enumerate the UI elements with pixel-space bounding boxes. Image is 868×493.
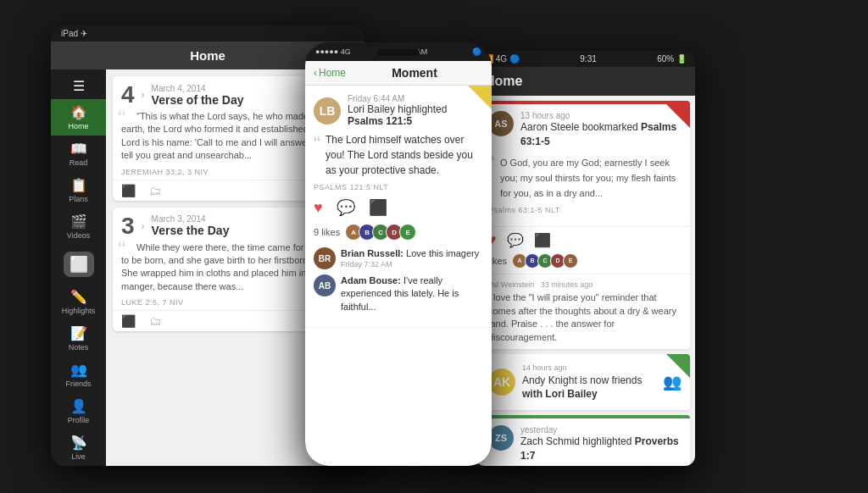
phone-screen-title: Moment xyxy=(346,66,483,80)
avatar: BR xyxy=(314,247,336,269)
android-time: 9:31 xyxy=(580,54,596,64)
commenter-name: Adam Bouse: xyxy=(341,275,401,285)
comment-text: I love the "I will praise you" reminder … xyxy=(488,292,676,341)
card-date: March 4, 2014 xyxy=(152,84,244,93)
sidebar-item-profile[interactable]: 👤 Profile xyxy=(51,393,106,429)
sidebar-label-plans: Plans xyxy=(69,195,88,203)
phone-device: ●●●●● 4G 10:23 AM 🔵 ‹ Home Moment LB Fri… xyxy=(305,42,492,466)
videos-icon: 🎬 xyxy=(70,213,87,230)
likes-avatars: A B C D E xyxy=(512,253,576,269)
tablet-home-button[interactable]: ⬜ xyxy=(64,252,94,277)
event-time: 13 hours ago xyxy=(520,111,682,120)
card-number: 4 xyxy=(121,83,135,107)
battery-icon: 60% 🔋 xyxy=(657,54,687,64)
comment-icon[interactable]: 💬 xyxy=(337,198,355,217)
like-avatar: E xyxy=(399,224,416,241)
chevron-right-icon: › xyxy=(142,89,145,101)
bookmark-icon[interactable]: 🗂 xyxy=(149,314,161,328)
android-content-area: AS 13 hours ago Aaron Steele bookmarked … xyxy=(475,96,695,466)
verse-ref: Proverbs 1:7 xyxy=(520,435,679,462)
comment-body: Adam Bouse: I've really experienced this… xyxy=(341,274,483,313)
sidebar-label-home: Home xyxy=(68,122,88,130)
comment-block: Val Weinstein 33 minutes ago I love the … xyxy=(480,274,690,349)
avatar: LB xyxy=(314,97,341,125)
likes-count: 9 likes xyxy=(314,227,340,237)
friend-action-text: Andy Knight is now friends with Lori Bai… xyxy=(522,374,642,401)
back-button[interactable]: ‹ Home xyxy=(314,67,346,79)
list-item: AS 13 hours ago Aaron Steele bookmarked … xyxy=(480,101,690,349)
share-icon[interactable]: ⬛ xyxy=(121,314,136,328)
tablet-sidebar: ☰ 🏠 Home 📖 Read 📋 Plans 🎬 Videos ⬜ ✏️ Hi… xyxy=(51,69,106,466)
sidebar-item-highlights[interactable]: ✏️ Highlights xyxy=(51,284,106,320)
tablet-status-bar: iPad ✈ xyxy=(51,25,364,42)
verse-reference: Psalms 63:1-5 NLT xyxy=(488,206,682,214)
sidebar-label-live: Live xyxy=(71,452,86,461)
bookmark-icon[interactable]: 🗂 xyxy=(149,184,161,197)
notes-icon: 📝 xyxy=(70,325,87,341)
comment-text: Adam Bouse: I've really experienced this… xyxy=(341,274,483,313)
share-icon[interactable]: ⬛ xyxy=(534,232,551,248)
user-action: Zach Schmid highlighted Proverbs 1:7 xyxy=(520,435,682,463)
home-icon: 🏠 xyxy=(70,104,87,120)
card-body: ZS yesterday Zach Schmid highlighted Pro… xyxy=(480,418,690,466)
profile-icon: 👤 xyxy=(70,398,87,414)
user-info-block: Friday 6:44 AM Lori Bailey highlighted P… xyxy=(348,94,483,127)
phone-nav-bar: ‹ Home Moment xyxy=(305,61,492,86)
sidebar-item-videos[interactable]: 🎬 Videos xyxy=(51,208,106,245)
comment-time: Friday 7:32 AM xyxy=(341,260,479,269)
user-action: Aaron Steele bookmarked Psalms 63:1-5 xyxy=(520,120,682,149)
user-info: Friday 6:44 AM Lori Bailey highlighted P… xyxy=(348,94,483,127)
likes-row: 9 likes A B C D E xyxy=(314,224,483,241)
chevron-left-icon: ‹ xyxy=(314,67,317,79)
event-time: Friday 6:44 AM xyxy=(348,94,483,103)
heart-icon[interactable]: ♥ xyxy=(314,199,323,217)
likes-avatars: A B C D E xyxy=(345,224,413,241)
verse-text: O God, you are my God; earnestly I seek … xyxy=(500,158,676,199)
verse-quote: O God, you are my God; earnestly I seek … xyxy=(488,154,682,201)
comment-text: Brian Russell: Love this imagery xyxy=(341,247,479,260)
sidebar-label-friends: Friends xyxy=(65,379,91,388)
card-corner-decoration xyxy=(666,354,690,378)
sidebar-item-plans[interactable]: 📋 Plans xyxy=(51,172,106,208)
sidebar-item-friends[interactable]: 👥 Friends xyxy=(51,357,106,393)
list-item: ZS yesterday Zach Schmid highlighted Pro… xyxy=(480,415,690,466)
card-corner-decoration xyxy=(666,104,690,128)
card-date: March 3, 2014 xyxy=(152,214,230,224)
verse-reference: Psalms 121:5 xyxy=(348,115,412,127)
live-icon: 📡 xyxy=(70,435,87,451)
comment-body: Brian Russell: Love this imagery Friday … xyxy=(341,247,479,269)
phone-camera xyxy=(377,49,420,56)
friend-info: 14 hours ago Andy Knight is now friends … xyxy=(522,363,656,402)
user-info-block: 13 hours ago Aaron Steele bookmarked Psa… xyxy=(520,111,682,149)
plans-icon: 📋 xyxy=(70,177,87,193)
sidebar-item-live[interactable]: 📡 Live xyxy=(51,429,106,466)
card-corner-decoration xyxy=(468,86,492,109)
card-title: Verse of the Day xyxy=(152,93,244,107)
user-row: ZS yesterday Zach Schmid highlighted Pro… xyxy=(488,425,682,463)
sidebar-label-highlights: Highlights xyxy=(62,307,96,315)
verse-reference-full: PSALMS 121:5 NLT xyxy=(314,183,483,191)
android-device: 📶 4G 🔵 9:31 60% 🔋 Home AS 13 hours ago A… xyxy=(475,51,695,466)
avatar: ZS xyxy=(488,425,514,451)
hamburger-menu-icon[interactable]: ☰ xyxy=(68,73,90,99)
event-time: yesterday xyxy=(520,425,682,435)
friend-card-body: AK 14 hours ago Andy Knight is now frien… xyxy=(480,354,690,410)
sidebar-item-notes[interactable]: 📝 Notes xyxy=(51,320,106,357)
android-status-icons: 60% 🔋 xyxy=(657,54,687,64)
sidebar-item-read[interactable]: 📖 Read xyxy=(51,136,106,172)
card-title: Verse the Day xyxy=(152,224,230,237)
comment-content: Love this imagery xyxy=(406,248,479,258)
verse-ref: Psalms 63:1-5 xyxy=(520,121,676,147)
action-buttons: ♥ 💬 ⬛ xyxy=(480,226,690,253)
avatar: AS xyxy=(488,111,514,136)
share-icon[interactable]: ⬛ xyxy=(369,198,387,217)
user-action: Lori Bailey highlighted xyxy=(348,103,447,115)
comment-icon[interactable]: 💬 xyxy=(507,232,524,248)
friend-name: with Lori Bailey xyxy=(522,388,598,400)
sidebar-label-notes: Notes xyxy=(69,343,89,352)
like-avatar: E xyxy=(563,253,578,269)
avatar: AB xyxy=(314,274,336,296)
sidebar-item-home[interactable]: 🏠 Home xyxy=(51,99,106,136)
card-title-block: March 3, 2014 Verse the Day xyxy=(152,214,230,237)
share-icon[interactable]: ⬛ xyxy=(121,184,136,197)
